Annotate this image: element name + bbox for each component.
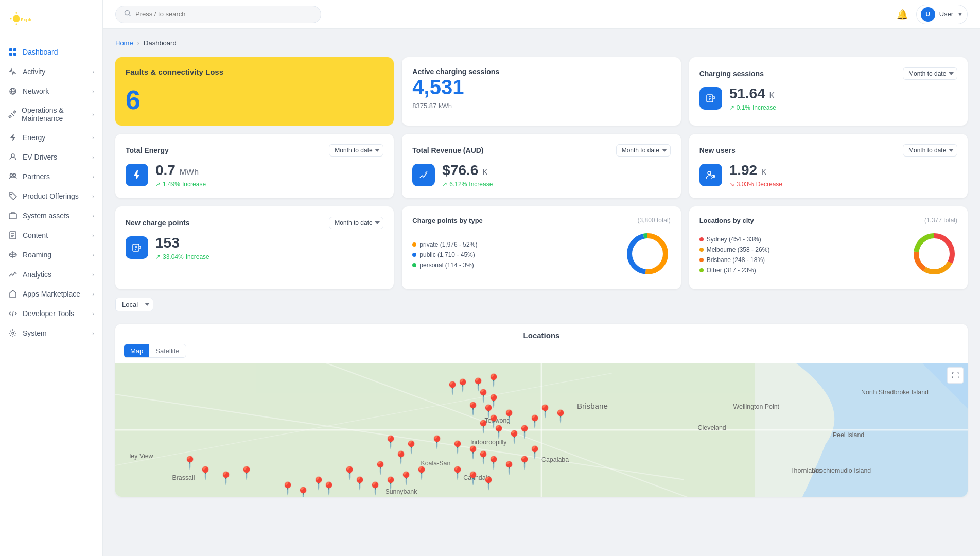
charge-points-donut-container: private (1,976 - 52%) public (1,710 - 45… (412, 231, 670, 279)
search-bar[interactable] (115, 6, 321, 23)
new-charge-points-value: 153 (155, 235, 209, 251)
total-energy-dropdown[interactable]: Month to date Last 7 days Last 30 days (329, 144, 383, 157)
charging-sessions-header: Charging sessions Month to date Last 7 d… (699, 67, 957, 80)
new-charge-points-dropdown[interactable]: Month to date Last 7 days Last 30 days (329, 217, 383, 229)
total-revenue-card: Total Revenue (AUD) Month to date Last 7… (402, 134, 680, 198)
chevron-icon: › (92, 88, 94, 94)
sidebar-item-label: Roaming (23, 251, 51, 259)
new-users-dropdown[interactable]: Month to date Last 7 days Last 30 days (903, 144, 957, 157)
svg-point-18 (12, 332, 14, 334)
total-revenue-icon (412, 164, 435, 186)
sidebar-item-partners[interactable]: Partners › (0, 167, 102, 186)
faults-title: Faults & connectivity Loss (126, 67, 383, 76)
cards-row-3: New charge points Month to date Last 7 d… (115, 206, 968, 289)
arrow-up-icon: ↗ (155, 181, 161, 188)
total-revenue-dropdown[interactable]: Month to date Last 7 days Last 30 days (616, 144, 671, 157)
partners-icon (8, 172, 18, 181)
breadcrumb: Home › Dashboard (115, 39, 968, 47)
charging-sessions-card: Charging sessions Month to date Last 7 d… (689, 57, 968, 126)
active-sessions-sub: 8375.87 kWh (412, 102, 670, 110)
sidebar: exploren Dashboard Activity › (0, 0, 103, 556)
new-charge-points-icon (126, 236, 148, 259)
other-dot (699, 268, 704, 272)
roaming-icon (8, 250, 18, 259)
bell-icon[interactable]: 🔔 (897, 9, 908, 20)
sidebar-item-dashboard[interactable]: Dashboard (0, 42, 102, 62)
new-users-value: 1.92 (729, 162, 758, 178)
map-pin: 📍 (481, 476, 496, 491)
sidebar-item-analytics[interactable]: Analytics › (0, 265, 102, 284)
map-pin: 📍 (398, 471, 414, 485)
chevron-icon: › (92, 213, 94, 219)
sidebar-item-label: System assets (23, 212, 69, 220)
svg-point-11 (11, 154, 14, 157)
new-charge-points-card: New charge points Month to date Last 7 d… (115, 206, 394, 289)
sidebar-item-ev-drivers[interactable]: EV Drivers › (0, 147, 102, 167)
logo-icon: exploren (10, 8, 32, 30)
sidebar-item-label: Activity (23, 67, 45, 76)
active-sessions-value: 4,531 (412, 76, 670, 99)
charging-sessions-dropdown[interactable]: Month to date Last 7 days Last 30 days Y… (903, 67, 957, 80)
local-dropdown[interactable]: Local Global (115, 298, 153, 311)
search-input[interactable] (135, 10, 312, 18)
sidebar-item-developer-tools[interactable]: Developer Tools › (0, 304, 102, 323)
new-charge-points-title: New charge points (126, 219, 189, 227)
main-container: 🔔 U User ▼ Home › Dashboard Faults & con… (103, 0, 980, 556)
sidebar-item-system-assets[interactable]: System assets › (0, 206, 102, 225)
new-users-change-pct: 3.03% (737, 181, 754, 188)
faults-card: Faults & connectivity Loss 6 (115, 57, 394, 126)
map-tab-map[interactable]: Map (124, 344, 149, 357)
map-pin: 📍 (182, 456, 198, 470)
map-pin: 📍 (295, 486, 311, 497)
total-energy-title: Total Energy (126, 146, 169, 154)
sidebar-item-content[interactable]: Content › (0, 225, 102, 245)
locations-by-city-header: Locations by city (1,377 total) (699, 217, 957, 224)
sidebar-item-label: Network (23, 87, 49, 95)
sidebar-item-roaming[interactable]: Roaming › (0, 245, 102, 265)
total-revenue-unit: K (482, 168, 488, 177)
locations-legend: Sydney (454 - 33%) Melbourne (358 - 26%)… (699, 236, 770, 274)
chevron-down-icon: ▼ (957, 11, 963, 18)
new-users-icon (699, 164, 722, 186)
chevron-icon: › (92, 173, 94, 180)
charge-points-legend: private (1,976 - 52%) public (1,710 - 45… (412, 241, 477, 269)
total-revenue-change-type: Increase (469, 181, 493, 188)
sidebar-item-apps-marketplace[interactable]: Apps Marketplace › (0, 284, 102, 304)
personal-label: personal (114 - 3%) (419, 262, 474, 269)
sidebar-item-product-offerings[interactable]: Product Offerings › (0, 186, 102, 206)
map-tab-satellite[interactable]: Satellite (149, 344, 185, 357)
charging-sessions-change-type: Increase (752, 104, 776, 111)
user-menu[interactable]: U User ▼ (916, 5, 968, 24)
public-dot (412, 253, 416, 257)
map-expand-button[interactable]: ⛶ (947, 367, 964, 384)
melbourne-dot (699, 248, 704, 252)
chevron-icon: › (92, 310, 94, 317)
svg-rect-15 (9, 214, 16, 219)
total-energy-icon (126, 164, 148, 186)
map-pin: 📍 (537, 404, 553, 419)
chevron-icon: › (92, 134, 94, 141)
sidebar-item-operations[interactable]: Operations & Maintenance › (0, 101, 102, 128)
map-pin: 📍 (501, 461, 517, 475)
total-energy-metric: 0.7 MWh ↗ 1.49% Increase (126, 163, 383, 188)
sidebar-item-activity[interactable]: Activity › (0, 62, 102, 81)
sidebar-item-label: Apps Marketplace (23, 290, 80, 298)
breadcrumb-home[interactable]: Home (115, 39, 133, 47)
user-name: User (939, 10, 953, 18)
charge-points-by-type-title: Charge points by type (412, 217, 483, 224)
private-label: private (1,976 - 52%) (419, 241, 477, 248)
total-revenue-change: ↗ 6.12% Increase (442, 181, 493, 188)
drivers-icon (8, 152, 18, 162)
map-pin: 📍 (450, 466, 465, 480)
charge-points-total: (3,800 total) (638, 217, 671, 224)
locations-donut-container: Sydney (454 - 33%) Melbourne (358 - 26%)… (699, 231, 957, 279)
chevron-icon: › (92, 252, 94, 258)
sidebar-item-energy[interactable]: Energy › (0, 128, 102, 147)
legend-public: public (1,710 - 45%) (412, 251, 477, 258)
sidebar-item-network[interactable]: Network › (0, 81, 102, 101)
charging-sessions-value: 51.64 (729, 85, 765, 101)
sidebar-item-system[interactable]: System › (0, 323, 102, 343)
assets-icon (8, 211, 18, 220)
new-charge-points-change-type: Increase (186, 253, 209, 260)
map-pin: 📍 (239, 466, 254, 480)
